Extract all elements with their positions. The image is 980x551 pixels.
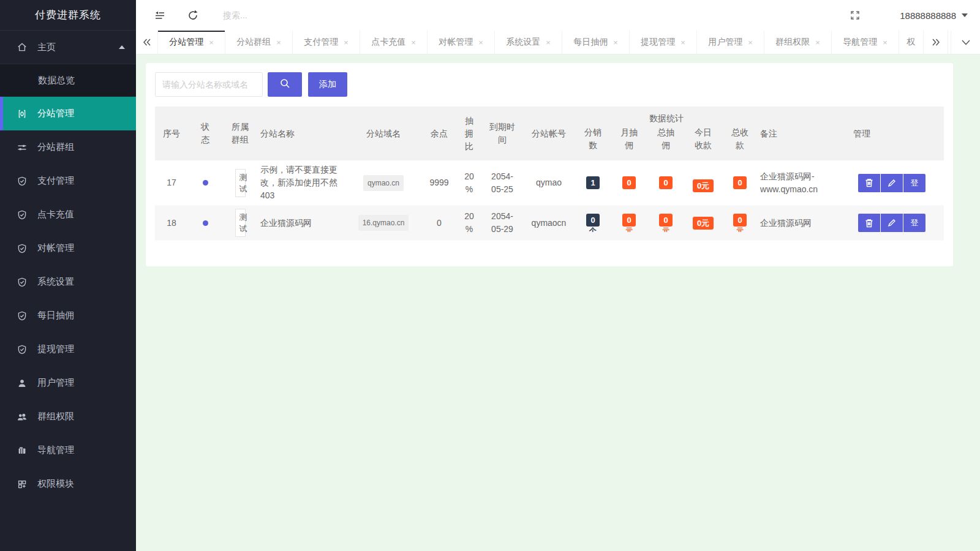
sidebar-item-system-settings[interactable]: 系统设置 bbox=[0, 265, 136, 299]
user-icon bbox=[16, 377, 28, 389]
tab-item[interactable]: 每日抽佣 bbox=[562, 31, 630, 54]
sidebar-item-label: 每日抽佣 bbox=[37, 310, 74, 321]
tab-close-icon[interactable] bbox=[209, 39, 214, 47]
tab-label: 权 bbox=[907, 37, 916, 48]
edit-button[interactable] bbox=[881, 214, 903, 232]
sidebar-item-home[interactable]: 主页 bbox=[0, 31, 136, 64]
delete-button[interactable] bbox=[858, 174, 880, 192]
tab-label: 群组权限 bbox=[775, 37, 810, 48]
site-search-input[interactable] bbox=[155, 72, 263, 97]
sidebar-item-label: 权限模块 bbox=[37, 478, 74, 490]
topbar-right: 18888888888 bbox=[848, 9, 968, 22]
tab-item[interactable]: 对帐管理 bbox=[428, 31, 495, 54]
tab-close-icon[interactable] bbox=[546, 39, 551, 47]
chevrons-left-icon[interactable] bbox=[136, 31, 158, 54]
table-row: 17 测试 示例，请不要直接更改，新添加使用不然403 qymao.cn 999… bbox=[155, 160, 944, 206]
edit-icon bbox=[888, 179, 896, 187]
tab-close-icon[interactable] bbox=[411, 39, 416, 47]
main-area: 18888888888 分站管理 分站群组 支付管理 bbox=[136, 0, 980, 551]
tab-item[interactable]: 分站群组 bbox=[225, 31, 293, 54]
cell-domain: qymao.cn bbox=[345, 160, 422, 206]
cell-name: 示例，请不要直接更改，新添加使用不然403 bbox=[258, 160, 345, 206]
add-button[interactable]: 添加 bbox=[308, 72, 347, 97]
column-header-expire: 到期时间 bbox=[482, 107, 522, 160]
column-header-account: 分站帐号 bbox=[522, 107, 575, 160]
sidebar-item-user-management[interactable]: 用户管理 bbox=[0, 366, 136, 400]
login-button[interactable]: 登 bbox=[903, 174, 925, 192]
sidebar-item-label: 导航管理 bbox=[37, 444, 74, 456]
tab-options-chevron-down-icon[interactable] bbox=[951, 31, 980, 54]
login-button[interactable]: 登 bbox=[903, 214, 925, 232]
search-icon bbox=[279, 78, 291, 91]
cell-status bbox=[188, 206, 222, 241]
shield-check-icon bbox=[16, 209, 28, 221]
refresh-icon[interactable] bbox=[186, 9, 200, 22]
column-header-rate: 抽拥比 bbox=[456, 107, 482, 160]
status-dot-icon bbox=[203, 220, 208, 226]
tab-item[interactable]: 提现管理 bbox=[630, 31, 697, 54]
tab-label: 分站管理 bbox=[169, 37, 203, 48]
cell-group: 测试 bbox=[222, 160, 258, 206]
columns-icon bbox=[16, 108, 28, 120]
tab-close-icon[interactable] bbox=[613, 39, 618, 47]
tab-close-icon[interactable] bbox=[680, 39, 685, 47]
fullscreen-icon[interactable] bbox=[848, 9, 862, 22]
sidebar-item-label: 支付管理 bbox=[37, 175, 74, 187]
column-header-distributors: 分销数 bbox=[575, 126, 611, 160]
cell-expire: 2054-05-25 bbox=[482, 160, 522, 206]
sidebar-item-reconciliation[interactable]: 对帐管理 bbox=[0, 231, 136, 265]
tab-item-truncated[interactable]: 权 bbox=[899, 31, 924, 54]
tab-close-icon[interactable] bbox=[815, 39, 820, 47]
tab-close-icon[interactable] bbox=[276, 39, 281, 47]
cell-group: 测试 bbox=[222, 206, 258, 241]
search-button[interactable] bbox=[268, 72, 302, 97]
sidebar-item-site-groups[interactable]: 分站群组 bbox=[0, 130, 136, 164]
tab-close-icon[interactable] bbox=[344, 39, 349, 47]
cell-manage: 登 bbox=[851, 160, 944, 206]
cell-today-income: 0元 bbox=[684, 206, 722, 241]
stat-badge: 0 bbox=[586, 214, 599, 227]
sidebar-item-payment[interactable]: 支付管理 bbox=[0, 164, 136, 198]
cell-name: 企业猫源码网 bbox=[258, 206, 345, 241]
tab-close-icon[interactable] bbox=[883, 39, 888, 47]
user-dropdown[interactable]: 18888888888 bbox=[900, 10, 968, 21]
cell-total-commission: 0元 bbox=[647, 206, 684, 241]
tab-item[interactable]: 用户管理 bbox=[697, 31, 764, 54]
sidebar-item-label: 用户管理 bbox=[37, 377, 74, 389]
cell-rate: 20 % bbox=[456, 160, 482, 206]
sidebar-item-daily-commission[interactable]: 每日抽佣 bbox=[0, 299, 136, 332]
stat-badge: 1 bbox=[586, 176, 599, 189]
delete-button[interactable] bbox=[858, 214, 880, 232]
tab-item[interactable]: 导航管理 bbox=[832, 31, 899, 54]
tab-item[interactable]: 群组权限 bbox=[764, 31, 832, 54]
stat-badge: 0 bbox=[733, 214, 746, 227]
column-header-domain: 分站域名 bbox=[345, 107, 422, 160]
edit-button[interactable] bbox=[881, 174, 903, 192]
tab-item[interactable]: 点卡充值 bbox=[360, 31, 428, 54]
cell-distributors: 1 bbox=[575, 160, 611, 206]
cell-index: 17 bbox=[155, 160, 188, 206]
collapse-menu-icon[interactable] bbox=[153, 9, 167, 22]
tab-close-icon[interactable] bbox=[478, 39, 483, 47]
topbar: 18888888888 bbox=[136, 0, 980, 31]
chevrons-right-icon[interactable] bbox=[924, 31, 948, 54]
sidebar-item-nav-management[interactable]: 导航管理 bbox=[0, 433, 136, 467]
sidebar-item-withdrawal[interactable]: 提现管理 bbox=[0, 332, 136, 366]
sidebar-item-data-overview[interactable]: 数据总览 bbox=[0, 64, 136, 97]
sidebar-item-site-management[interactable]: 分站管理 bbox=[0, 97, 136, 130]
cell-index: 18 bbox=[155, 206, 188, 241]
sidebar-item-label: 分站管理 bbox=[37, 108, 74, 119]
tab-item-active[interactable]: 分站管理 bbox=[158, 31, 225, 54]
tab-item[interactable]: 支付管理 bbox=[293, 31, 360, 54]
cell-expire: 2054-05-29 bbox=[482, 206, 522, 241]
tab-item[interactable]: 系统设置 bbox=[495, 31, 562, 54]
cell-account: qymao bbox=[522, 160, 575, 206]
tab-close-icon[interactable] bbox=[748, 39, 753, 47]
tabbar: 分站管理 分站群组 支付管理 点卡充值 对帐管理 系统设置 bbox=[136, 31, 980, 54]
table-row: 18 测试 企业猫源码网 16.qymao.cn 0 20 % 2054-05-… bbox=[155, 206, 944, 241]
sidebar-item-permission-modules[interactable]: 权限模块 bbox=[0, 467, 136, 501]
sidebar-item-card-recharge[interactable]: 点卡充值 bbox=[0, 198, 136, 231]
global-search-input[interactable] bbox=[222, 10, 356, 21]
stat-badge: 0元 bbox=[693, 179, 714, 192]
sidebar-item-group-permissions[interactable]: 群组权限 bbox=[0, 400, 136, 433]
